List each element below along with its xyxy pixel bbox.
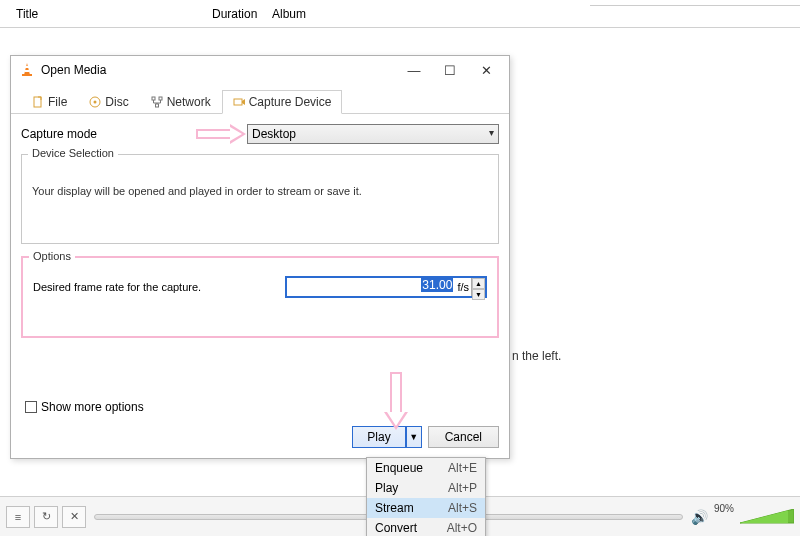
svg-rect-5 (22, 74, 32, 76)
svg-rect-3 (25, 66, 29, 68)
tab-network[interactable]: Network (140, 90, 222, 114)
svg-rect-11 (155, 104, 158, 107)
dialog-title: Open Media (41, 63, 106, 77)
file-icon (32, 96, 44, 108)
svg-marker-2 (24, 63, 30, 75)
cancel-button[interactable]: Cancel (428, 426, 499, 448)
dialog-titlebar[interactable]: Open Media — ☐ ✕ (11, 56, 509, 84)
capture-mode-value: Desktop (252, 127, 296, 141)
fps-input-wrapper: 31.00 f/s ▲▼ (285, 276, 487, 298)
volume-area: 🔊 90% (691, 509, 794, 525)
svg-rect-10 (159, 97, 162, 100)
fps-unit: f/s (455, 281, 471, 293)
shuffle-button[interactable]: ✕ (62, 506, 86, 528)
capture-mode-select[interactable]: Desktop (247, 124, 499, 144)
tab-capture-label: Capture Device (249, 95, 332, 109)
tab-file[interactable]: File (21, 90, 78, 114)
svg-point-8 (94, 101, 97, 104)
tab-file-label: File (48, 95, 67, 109)
playlist-toggle-button[interactable]: ≡ (6, 506, 30, 528)
playlist-header: Title Duration Album (0, 0, 800, 28)
dialog-tabs: File Disc Network Capture Device (11, 84, 509, 114)
tab-disc[interactable]: Disc (78, 90, 139, 114)
play-dropdown-menu: Enqueue Alt+E Play Alt+P Stream Alt+S Co… (366, 457, 486, 536)
minimize-button[interactable]: — (403, 59, 425, 81)
options-legend: Options (29, 250, 75, 262)
dialog-body: Capture mode Desktop Device Selection Yo… (11, 114, 509, 338)
volume-label: 90% (714, 503, 734, 514)
play-dropdown-button[interactable]: ▼ (406, 426, 422, 448)
svg-rect-4 (25, 70, 30, 72)
background-hint-text: n the left. (512, 349, 561, 363)
svg-rect-12 (234, 99, 242, 105)
device-selection-fieldset: Device Selection Your display will be op… (21, 154, 499, 244)
svg-rect-9 (152, 97, 155, 100)
dialog-buttons: Play ▼ Cancel (352, 426, 499, 448)
maximize-button[interactable]: ☐ (439, 59, 461, 81)
options-fieldset: Options Desired frame rate for the captu… (21, 256, 499, 338)
svg-rect-6 (34, 97, 41, 107)
device-selection-legend: Device Selection (28, 147, 118, 159)
menu-item-stream[interactable]: Stream Alt+S (367, 498, 485, 518)
capture-icon (233, 96, 245, 108)
network-icon (151, 96, 163, 108)
close-button[interactable]: ✕ (475, 59, 497, 81)
tab-capture-device[interactable]: Capture Device (222, 90, 343, 114)
fps-input[interactable]: 31.00 (287, 278, 455, 296)
fps-spinner[interactable]: ▲▼ (471, 278, 485, 296)
open-media-dialog: Open Media — ☐ ✕ File Disc Network Captu… (10, 55, 510, 459)
col-album[interactable]: Album (262, 3, 316, 25)
device-selection-message: Your display will be opened and played i… (32, 185, 488, 197)
show-more-checkbox[interactable] (25, 401, 37, 413)
vlc-cone-icon (19, 62, 35, 78)
annotation-arrow-play (384, 372, 408, 430)
volume-slider[interactable] (740, 509, 794, 525)
menu-item-enqueue[interactable]: Enqueue Alt+E (367, 458, 485, 478)
col-title[interactable]: Title (6, 3, 202, 25)
fps-label: Desired frame rate for the capture. (33, 281, 285, 293)
fps-row: Desired frame rate for the capture. 31.0… (33, 276, 487, 298)
capture-mode-row: Capture mode Desktop (21, 124, 499, 144)
playlist-controls: ≡ ↻ ✕ (6, 506, 86, 528)
menu-item-convert[interactable]: Convert Alt+O (367, 518, 485, 536)
loop-button[interactable]: ↻ (34, 506, 58, 528)
annotation-arrow-capture-mode (196, 125, 246, 143)
menu-item-play[interactable]: Play Alt+P (367, 478, 485, 498)
speaker-icon[interactable]: 🔊 (691, 509, 708, 525)
tab-network-label: Network (167, 95, 211, 109)
disc-icon (89, 96, 101, 108)
tab-disc-label: Disc (105, 95, 128, 109)
col-duration[interactable]: Duration (202, 3, 262, 25)
show-more-label: Show more options (41, 400, 144, 414)
show-more-options-row[interactable]: Show more options (25, 400, 144, 414)
